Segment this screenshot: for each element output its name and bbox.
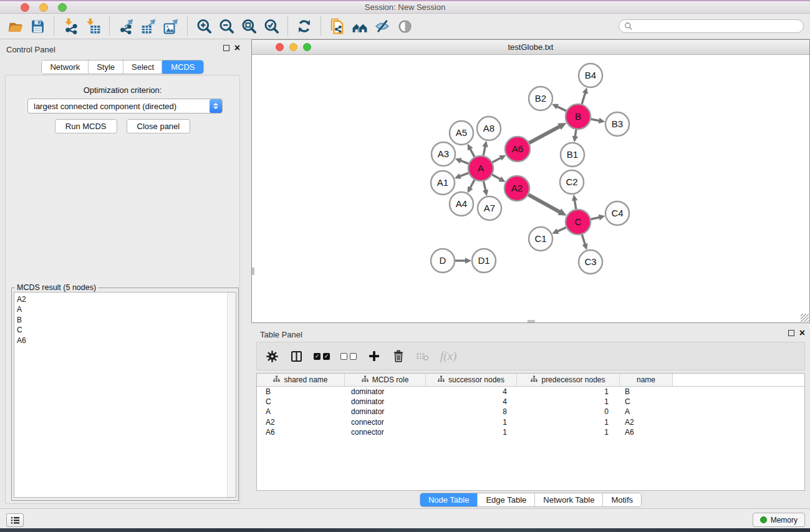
search-input[interactable] [636,22,798,31]
graph-node-C1[interactable]: C1 [529,227,552,251]
graph-edge-A-A4[interactable] [470,180,475,188]
task-history-button[interactable] [6,513,24,527]
graph-edge-A-A3[interactable] [460,160,469,163]
refresh-icon[interactable] [293,16,316,37]
zoom-out-icon[interactable] [215,16,238,37]
float-panel-icon[interactable] [223,45,229,51]
mcds-result-item[interactable]: B [17,315,236,325]
graph-edge-B-B2[interactable] [557,106,566,110]
add-row-plus-icon[interactable] [367,349,381,364]
zoom-selected-icon[interactable] [260,16,282,37]
column-header-successor-nodes[interactable]: successor nodes [426,374,517,386]
close-panel-button[interactable]: Close panel [127,119,191,133]
graph-node-C[interactable]: C [566,210,591,235]
select-all-icon[interactable]: ✓✓ [314,353,330,360]
graph-edge-B-B1[interactable] [575,130,576,137]
column-header-MCDS-role[interactable]: MCDS role [345,374,426,386]
graph-edge-B-B4[interactable] [582,92,586,104]
graph-node-A4[interactable]: A4 [450,192,473,216]
graph-node-C4[interactable]: C4 [605,201,629,225]
node-table[interactable]: shared nameMCDS rolesuccessor nodesprede… [256,373,805,491]
tab-style[interactable]: Style [88,60,123,74]
graph-edge-A2-C[interactable] [528,195,560,212]
column-header-shared-name[interactable]: shared name [257,374,345,386]
table-row[interactable]: Bdominator41B [257,387,804,397]
graph-edge-C-C4[interactable] [591,217,600,219]
show-columns-icon[interactable] [289,349,303,364]
share-document-icon[interactable] [326,16,349,37]
graph-edge-C-C2[interactable] [574,200,576,209]
mcds-result-item[interactable]: A [17,304,236,314]
graph-edge-A6-B[interactable] [529,126,561,143]
close-table-panel-icon[interactable]: × [799,329,805,337]
mcds-result-item[interactable]: A2 [17,294,236,304]
graph-node-A5[interactable]: A5 [450,121,473,145]
network-hscroll-thumb[interactable] [528,320,535,322]
graph-node-B2[interactable]: B2 [529,87,552,110]
graph-edge-A-A1[interactable] [460,173,469,177]
graph-edge-C-C3[interactable] [582,235,585,245]
graph-edge-A-A6[interactable] [493,158,501,163]
save-session-icon[interactable] [26,16,49,37]
tab-edge-table[interactable]: Edge Table [477,493,534,506]
delete-table-icon[interactable] [416,349,430,364]
memory-button[interactable]: Memory [753,513,805,527]
show-graphics-icon[interactable] [393,16,416,37]
export-network-icon[interactable] [115,16,137,37]
mcds-list-scrollbar[interactable] [227,293,236,497]
graph-node-A8[interactable]: A8 [477,117,501,140]
table-settings-gear-icon[interactable] [265,349,279,364]
table-row[interactable]: Adominator80A [257,407,804,417]
tab-motifs[interactable]: Motifs [602,493,641,506]
graph-node-B1[interactable]: B1 [561,143,584,167]
mcds-result-item[interactable]: A6 [17,336,236,346]
tab-network[interactable]: Network [42,60,88,74]
graph-node-B4[interactable]: B4 [579,64,602,87]
graph-node-A[interactable]: A [468,156,493,181]
table-header-row[interactable]: shared nameMCDS rolesuccessor nodesprede… [257,374,804,387]
graph-node-C2[interactable]: C2 [560,170,584,194]
network-canvas[interactable]: B4B2BB3A5A8A6A3B1AA1C2A2A4A7C4CC1C3DD1 [252,55,809,322]
criterion-dropdown[interactable]: largest connected component (directed) [27,99,223,114]
home-icon[interactable] [349,16,371,37]
zoom-fit-icon[interactable] [238,16,260,37]
export-table-icon[interactable] [137,16,160,37]
graph-node-A6[interactable]: A6 [505,137,530,162]
graph-edge-A-A5[interactable] [470,148,475,157]
delete-trash-icon[interactable] [392,349,405,364]
graph-node-D[interactable]: D [431,249,455,273]
graph-node-D1[interactable]: D1 [472,249,496,273]
network-window-titlebar[interactable]: testGlobe.txt [252,40,809,55]
graph-edge-B-B3[interactable] [591,119,600,121]
mcds-result-list[interactable]: A2ABCA6 [14,292,236,498]
graph-edge-A-A7[interactable] [483,181,485,191]
float-table-panel-icon[interactable] [788,330,794,336]
resize-grip-icon[interactable] [801,314,809,322]
deselect-all-icon[interactable] [340,353,357,360]
graph-edge-A-A2[interactable] [492,175,501,180]
graph-node-B[interactable]: B [566,104,591,129]
column-header-name[interactable]: name [620,374,673,386]
tab-mcds[interactable]: MCDS [162,60,203,74]
network-graph[interactable]: B4B2BB3A5A8A6A3B1AA1C2A2A4A7C4CC1C3DD1 [252,55,809,322]
table-row[interactable]: A6connector11A6 [257,427,804,437]
network-vscroll-thumb[interactable] [252,268,254,275]
table-row[interactable]: A2connector11A2 [257,417,804,427]
graph-node-A1[interactable]: A1 [431,171,455,195]
search-field[interactable] [619,19,804,33]
tab-select[interactable]: Select [123,60,162,74]
import-table-icon[interactable] [82,16,104,37]
column-header-predecessor-nodes[interactable]: predecessor nodes [517,374,620,386]
function-builder-icon[interactable]: f(x) [440,349,456,363]
tab-network-table[interactable]: Network Table [534,493,602,506]
graph-node-A3[interactable]: A3 [432,142,455,166]
graph-node-C3[interactable]: C3 [579,250,602,274]
graph-node-A7[interactable]: A7 [478,196,501,220]
graph-node-B3[interactable]: B3 [605,112,629,136]
graph-edge-C-C1[interactable] [557,228,566,232]
export-image-icon[interactable] [160,16,182,37]
graph-edge-A-A8[interactable] [483,146,485,155]
table-row[interactable]: Cdominator41C [257,397,804,407]
zoom-in-icon[interactable] [193,16,215,37]
close-panel-icon[interactable]: × [234,44,240,52]
